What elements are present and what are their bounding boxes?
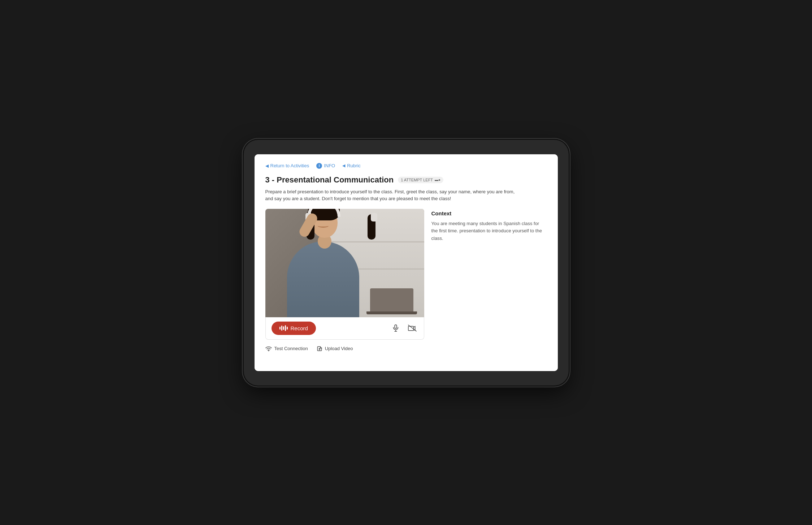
record-button[interactable]: Record (272, 322, 316, 335)
wave-bar-4 (285, 325, 286, 331)
video-placeholder (265, 209, 424, 317)
video-preview (265, 209, 424, 317)
test-connection-label: Test Connection (274, 346, 308, 351)
attempts-badge: 1 ATTEMPT LEFT ▬● (398, 177, 443, 183)
bottom-actions: Test Connection Uplo (265, 345, 424, 352)
svg-rect-0 (395, 325, 397, 328)
back-link-label: Return to Activities (270, 163, 309, 168)
context-panel: Context You are meeting many students in… (431, 209, 547, 242)
rubric-arrow-icon: ◀ (342, 163, 345, 168)
battery-icon: ▬● (435, 178, 440, 182)
top-nav: ◀ Return to Activities i INFO ◀ Rubric (265, 163, 547, 169)
record-button-label: Record (291, 325, 308, 331)
upload-icon (317, 345, 322, 352)
page-title: 3 - Presentational Communication (265, 175, 394, 185)
context-text: You are meeting many students in Spanish… (431, 220, 547, 242)
laptop-screen (370, 288, 413, 314)
control-icons (390, 322, 418, 334)
upload-svg (317, 345, 322, 352)
info-tab[interactable]: i INFO (316, 163, 335, 169)
laptop-base (366, 311, 417, 314)
wave-bar-3 (283, 326, 284, 330)
upload-video-label: Upload Video (325, 346, 353, 351)
info-tab-label: INFO (324, 163, 335, 168)
microphone-button[interactable] (390, 322, 401, 334)
person-body (287, 241, 359, 317)
video-controls-bar: Record (265, 317, 424, 340)
back-link[interactable]: ◀ Return to Activities (265, 163, 309, 168)
app-container: ◀ Return to Activities i INFO ◀ Rubric 3… (255, 154, 558, 371)
upload-video-link[interactable]: Upload Video (317, 345, 353, 352)
tablet-device: ◀ Return to Activities i INFO ◀ Rubric 3… (244, 140, 569, 386)
test-connection-link[interactable]: Test Connection (265, 345, 308, 352)
info-icon: i (316, 163, 322, 169)
context-title: Context (431, 210, 547, 216)
wave-bar-2 (281, 326, 282, 331)
video-section: Record (265, 209, 424, 352)
person-smile (318, 224, 329, 228)
rubric-tab[interactable]: ◀ Rubric (342, 163, 361, 168)
content-area: Record (265, 209, 547, 352)
back-arrow-icon: ◀ (265, 163, 269, 168)
wave-bar-1 (279, 327, 281, 330)
wave-bar-5 (287, 327, 288, 330)
headphone-right (371, 213, 377, 221)
page-title-row: 3 - Presentational Communication 1 ATTEM… (265, 175, 547, 185)
wifi-svg (265, 347, 272, 352)
attempts-label: 1 ATTEMPT LEFT (401, 178, 433, 182)
tablet-screen: ◀ Return to Activities i INFO ◀ Rubric 3… (255, 154, 558, 371)
shelf-line-1 (321, 241, 424, 242)
rubric-tab-label: Rubric (347, 163, 361, 168)
task-description: Prepare a brief presentation to introduc… (265, 188, 518, 202)
wifi-icon (265, 345, 272, 352)
camera-toggle-button[interactable] (407, 322, 418, 334)
camera-off-icon (408, 324, 417, 332)
microphone-icon (392, 324, 400, 332)
record-waveform-icon (279, 325, 288, 331)
